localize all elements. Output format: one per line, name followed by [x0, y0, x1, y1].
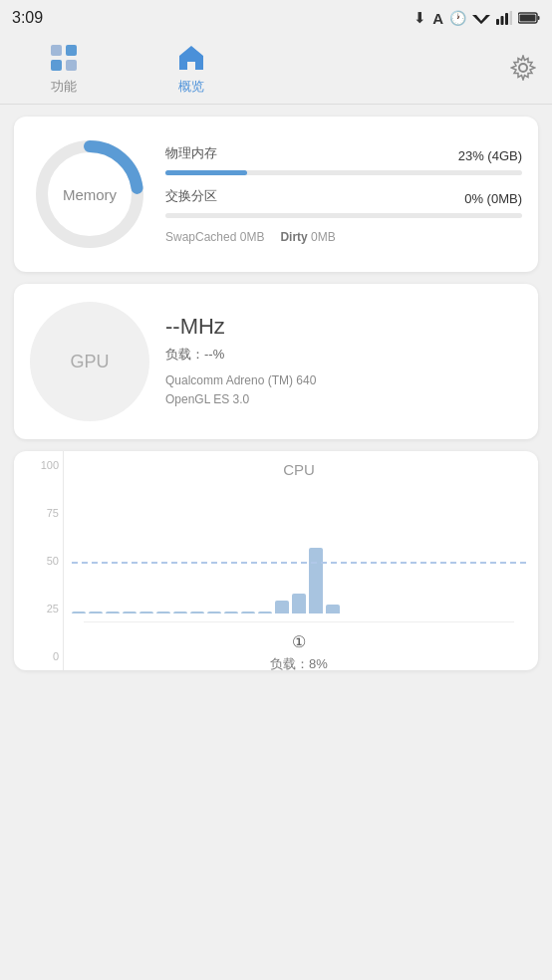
- memory-card: Memory 物理内存 23% (4GB) 交换分区 0% (0MB) Swap…: [14, 117, 538, 272]
- cpu-bar: [326, 605, 340, 613]
- cpu-chart-area: 100 75 50 25 0 CPU ① 负载：8%: [14, 451, 538, 670]
- cpu-bar: [207, 612, 221, 613]
- svg-rect-11: [51, 60, 62, 71]
- cpu-bar: [139, 612, 153, 613]
- swap-cached: SwapCached 0MB: [165, 230, 264, 244]
- cpu-bar: [156, 612, 170, 613]
- gpu-label: GPU: [70, 352, 109, 372]
- svg-rect-9: [51, 45, 62, 56]
- axis-100: 100: [18, 459, 59, 471]
- dirty: Dirty 0MB: [280, 230, 335, 244]
- cpu-dashed-line: [72, 562, 526, 564]
- nav-features-label: 功能: [51, 78, 77, 96]
- svg-rect-12: [66, 60, 77, 71]
- cpu-bar: [72, 612, 86, 613]
- settings-button[interactable]: [510, 55, 552, 84]
- axis-50: 50: [18, 555, 59, 567]
- svg-rect-5: [510, 11, 513, 25]
- signal-icon: [496, 11, 512, 25]
- cpu-bar: [309, 548, 323, 613]
- memory-footer: SwapCached 0MB Dirty 0MB: [165, 230, 522, 244]
- nav-bar: 功能 概览: [0, 36, 552, 105]
- cpu-bar: [241, 612, 255, 613]
- physical-progress-fill: [165, 170, 247, 175]
- physical-memory-row: 物理内存 23% (4GB): [165, 144, 522, 175]
- clock-icon: 🕐: [449, 10, 466, 26]
- status-time: 3:09: [12, 9, 43, 27]
- physical-memory-label: 物理内存: [165, 144, 217, 162]
- cpu-axis: 100 75 50 25 0: [14, 451, 64, 670]
- overview-icon: [175, 42, 207, 74]
- physical-progress-bg: [165, 170, 522, 175]
- axis-25: 25: [18, 603, 59, 614]
- cpu-bar: [224, 612, 238, 613]
- physical-memory-value: 23% (4GB): [458, 148, 522, 163]
- swap-progress-bg: [165, 213, 522, 218]
- gpu-load: 负载：--%: [165, 346, 522, 364]
- cpu-bar: [123, 612, 137, 613]
- settings-icon: [510, 55, 536, 81]
- cpu-bar: [106, 612, 120, 613]
- gpu-info: --MHz 负载：--% Qualcomm Adreno (TM) 640 Op…: [165, 314, 522, 409]
- cpu-bar: [173, 612, 187, 613]
- axis-75: 75: [18, 507, 59, 519]
- svg-point-13: [519, 64, 527, 72]
- swap-memory-value: 0% (0MB): [464, 191, 522, 206]
- cpu-main: CPU ① 负载：8%: [64, 451, 538, 670]
- nav-overview-label: 概览: [178, 78, 204, 96]
- features-icon: [48, 42, 80, 74]
- cpu-footer: ① 负载：8%: [72, 613, 526, 670]
- cpu-freq: ①: [72, 632, 526, 651]
- svg-rect-8: [520, 15, 536, 22]
- swap-memory-label: 交换分区: [165, 187, 217, 205]
- cpu-graph: [72, 484, 526, 613]
- gpu-chip-name: Qualcomm Adreno (TM) 640 OpenGL ES 3.0: [165, 371, 522, 409]
- cpu-load-label: 负载：8%: [72, 655, 526, 670]
- nav-item-overview[interactable]: 概览: [128, 42, 255, 96]
- svg-rect-2: [496, 19, 499, 25]
- axis-0: 0: [18, 650, 59, 662]
- memory-donut: Memory: [30, 134, 149, 254]
- memory-label: Memory: [63, 186, 117, 203]
- nav-item-features[interactable]: 功能: [0, 42, 128, 96]
- svg-rect-10: [66, 45, 77, 56]
- cpu-bar: [190, 612, 204, 613]
- svg-rect-7: [538, 16, 540, 20]
- gpu-mhz: --MHz: [165, 314, 522, 340]
- swap-memory-row: 交换分区 0% (0MB): [165, 187, 522, 218]
- status-bar: 3:09 ⬇ A 🕐: [0, 0, 552, 36]
- font-icon: A: [432, 10, 443, 27]
- cpu-title: CPU: [72, 461, 526, 478]
- svg-rect-3: [501, 16, 504, 25]
- wifi-icon: [472, 11, 490, 25]
- cpu-bar: [275, 601, 289, 613]
- gpu-card: GPU --MHz 负载：--% Qualcomm Adreno (TM) 64…: [14, 284, 538, 439]
- cpu-bar: [292, 594, 306, 613]
- memory-info: 物理内存 23% (4GB) 交换分区 0% (0MB) SwapCached …: [165, 144, 522, 244]
- status-icons: ⬇ A 🕐: [414, 9, 540, 27]
- cpu-bar: [258, 612, 272, 613]
- svg-rect-4: [505, 13, 508, 25]
- cpu-bars: [72, 484, 526, 613]
- cpu-card: 100 75 50 25 0 CPU ① 负载：8%: [14, 451, 538, 670]
- cpu-bar: [89, 612, 103, 613]
- download-icon: ⬇: [414, 9, 426, 27]
- battery-icon: [518, 12, 540, 24]
- gpu-circle: GPU: [30, 302, 149, 421]
